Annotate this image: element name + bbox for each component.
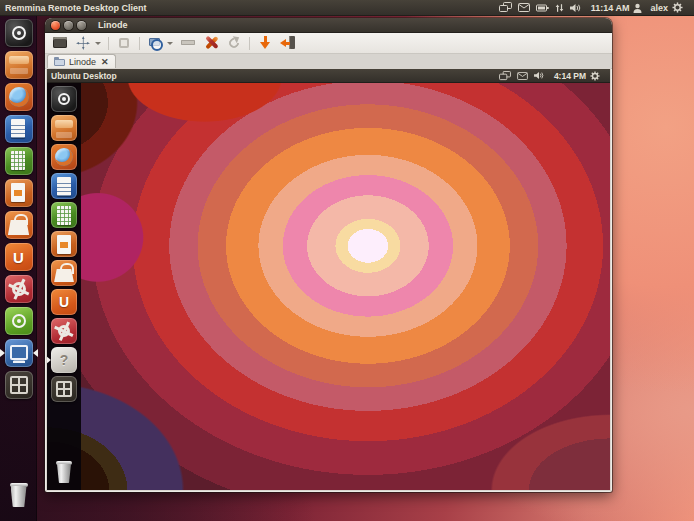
sync-arrows-icon[interactable] bbox=[555, 3, 564, 13]
host-launcher-item-firefox[interactable] bbox=[5, 83, 33, 111]
software-center-icon bbox=[5, 211, 33, 239]
gear-icon[interactable] bbox=[672, 2, 683, 13]
tab-close-button[interactable]: ✕ bbox=[101, 57, 109, 67]
remote-panel-title: Ubuntu Desktop bbox=[51, 71, 117, 81]
ubuntu-one-letter: U bbox=[51, 289, 77, 315]
user-icon[interactable] bbox=[633, 3, 642, 13]
help-icon: ? bbox=[51, 347, 77, 373]
remote-launcher-item-firefox[interactable] bbox=[51, 144, 77, 170]
remmina-titlebar[interactable]: Linode bbox=[45, 18, 612, 33]
screenshot-icon[interactable] bbox=[257, 35, 273, 51]
remote-launcher-item-writer[interactable] bbox=[51, 173, 77, 199]
software-center-icon bbox=[51, 260, 77, 286]
remmina-tabbar: Linode ✕ bbox=[45, 54, 612, 69]
remote-launcher-item-system-settings[interactable] bbox=[51, 318, 77, 344]
host-launcher-item-ubuntu-software[interactable] bbox=[5, 307, 33, 335]
remote-launcher-item-trash[interactable] bbox=[51, 459, 77, 485]
keyboard-grab-icon[interactable] bbox=[180, 35, 196, 51]
tab-linode[interactable]: Linode ✕ bbox=[47, 54, 116, 68]
host-launcher-item-home-folder[interactable] bbox=[5, 51, 33, 79]
remote-top-panel: Ubuntu Desktop 4:14 PM bbox=[47, 69, 610, 83]
remote-launcher-item-dash-home[interactable] bbox=[51, 86, 77, 112]
libreoffice-impress-icon bbox=[51, 231, 77, 257]
host-launcher-item-writer[interactable] bbox=[5, 115, 33, 143]
active-window-indicator-left bbox=[0, 349, 5, 357]
host-launcher-item-calc[interactable] bbox=[5, 147, 33, 175]
toolbar-separator bbox=[249, 37, 250, 50]
host-top-panel: Remmina Remote Desktop Client 11:14 AM a… bbox=[0, 0, 694, 16]
ubuntu-dash-icon bbox=[5, 19, 33, 47]
pan-dropdown-caret[interactable] bbox=[95, 42, 101, 45]
close-button[interactable] bbox=[51, 21, 60, 30]
libreoffice-writer-icon bbox=[51, 173, 77, 199]
remote-launcher-item-home-folder[interactable] bbox=[51, 115, 77, 141]
host-launcher-item-workspace-switcher[interactable] bbox=[5, 371, 33, 399]
volume-icon[interactable] bbox=[570, 3, 581, 13]
libreoffice-calc-icon bbox=[5, 147, 33, 175]
ubuntu-one-letter: U bbox=[5, 243, 33, 271]
home-folder-icon bbox=[5, 51, 33, 79]
zoom-icon[interactable] bbox=[147, 35, 163, 51]
host-launcher-item-impress[interactable] bbox=[5, 179, 33, 207]
remote-launcher: U ? bbox=[47, 83, 81, 490]
preferences-icon[interactable] bbox=[203, 35, 219, 51]
trash-icon bbox=[5, 481, 33, 509]
minimize-button[interactable] bbox=[64, 21, 73, 30]
libreoffice-calc-icon bbox=[51, 202, 77, 228]
refresh-icon[interactable] bbox=[226, 35, 242, 51]
ubuntu-one-icon: U bbox=[5, 243, 33, 271]
pan-icon[interactable] bbox=[75, 35, 91, 51]
host-launcher-item-dash-home[interactable] bbox=[5, 19, 33, 47]
remote-launcher-item-ubuntu-one[interactable]: U bbox=[51, 289, 77, 315]
remote-session-viewport[interactable]: Ubuntu Desktop 4:14 PM U bbox=[47, 69, 610, 490]
maximize-button[interactable] bbox=[77, 21, 86, 30]
host-launcher-item-software-center[interactable] bbox=[5, 211, 33, 239]
ubuntu-software-icon bbox=[5, 307, 33, 335]
firefox-icon bbox=[5, 83, 33, 111]
scale-icon[interactable] bbox=[116, 35, 132, 51]
remote-launcher-item-workspace-switcher[interactable] bbox=[51, 376, 77, 402]
disconnect-arrowhead bbox=[280, 39, 286, 47]
session-menu bbox=[672, 2, 683, 13]
toolbar-separator bbox=[139, 37, 140, 50]
host-launcher: U bbox=[0, 16, 37, 521]
tab-label: Linode bbox=[69, 57, 96, 67]
firefox-icon bbox=[51, 144, 77, 170]
host-launcher-item-remmina[interactable] bbox=[5, 339, 33, 367]
workspace-switcher-icon bbox=[5, 371, 33, 399]
workspace-switcher-icon bbox=[51, 376, 77, 402]
zoom-dropdown-caret[interactable] bbox=[167, 42, 173, 45]
volume-icon[interactable] bbox=[534, 71, 544, 80]
remote-wallpaper[interactable] bbox=[47, 69, 610, 490]
host-launcher-item-system-settings[interactable] bbox=[5, 275, 33, 303]
battery-icon[interactable] bbox=[536, 4, 549, 12]
remote-tray bbox=[499, 71, 544, 81]
remote-launcher-item-calc[interactable] bbox=[51, 202, 77, 228]
remmina-window: Linode Linode ✕ Ubuntu Desktop bbox=[45, 18, 612, 492]
gear-icon[interactable] bbox=[590, 71, 600, 81]
disconnect-icon[interactable] bbox=[280, 35, 296, 51]
mail-icon[interactable] bbox=[517, 72, 528, 80]
user-menu bbox=[633, 3, 642, 13]
remote-launcher-item-help[interactable]: ? bbox=[51, 347, 77, 373]
system-settings-icon bbox=[51, 318, 77, 344]
host-launcher-item-ubuntu-one[interactable]: U bbox=[5, 243, 33, 271]
remote-screens-icon[interactable] bbox=[499, 71, 511, 81]
host-panel-title: Remmina Remote Desktop Client bbox=[5, 3, 147, 13]
home-folder-icon bbox=[51, 115, 77, 141]
ubuntu-one-icon: U bbox=[51, 289, 77, 315]
remote-launcher-item-software-center[interactable] bbox=[51, 260, 77, 286]
remote-launcher-item-impress[interactable] bbox=[51, 231, 77, 257]
host-launcher-item-trash[interactable] bbox=[5, 481, 33, 509]
remmina-icon bbox=[5, 339, 33, 367]
trash-icon bbox=[51, 459, 77, 485]
remote-clock[interactable]: 4:14 PM bbox=[554, 71, 586, 81]
toolbar-separator bbox=[108, 37, 109, 50]
mail-icon[interactable] bbox=[518, 3, 530, 12]
fullscreen-icon[interactable] bbox=[52, 35, 68, 51]
remmina-toolbar bbox=[45, 33, 612, 54]
username-label[interactable]: alex bbox=[650, 3, 668, 13]
active-window-indicator-right bbox=[33, 349, 38, 357]
remote-screens-icon[interactable] bbox=[499, 2, 512, 13]
host-clock[interactable]: 11:14 AM bbox=[591, 3, 630, 13]
